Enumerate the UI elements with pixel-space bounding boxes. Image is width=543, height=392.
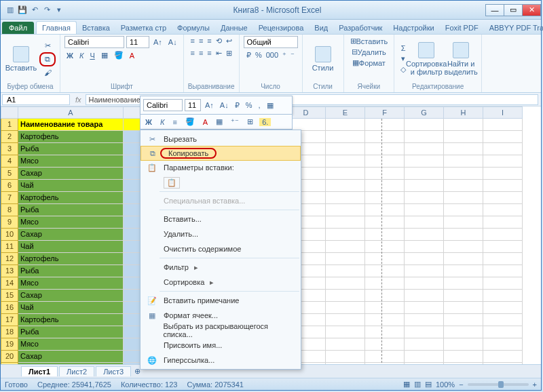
paste-button[interactable]: Вставить — [5, 45, 37, 73]
col-header-g[interactable]: G — [405, 106, 444, 119]
cell[interactable]: Чай — [18, 241, 124, 253]
align-right-icon[interactable]: ≡ — [205, 48, 213, 58]
underline-button[interactable]: Ч — [88, 50, 96, 60]
copy-icon[interactable]: ⧉ — [43, 54, 52, 64]
insert-cells-button[interactable]: ⊞ Вставить — [348, 36, 390, 46]
row-header[interactable]: 7 — [1, 192, 18, 204]
row-header[interactable]: 17 — [1, 314, 18, 326]
row-header[interactable]: 5 — [1, 168, 18, 180]
row-header[interactable]: 10 — [1, 229, 18, 241]
mini-border-icon[interactable]: ▦ — [265, 100, 276, 111]
mini-percent-icon[interactable]: % — [244, 100, 255, 110]
tab-home[interactable]: Главная — [36, 21, 77, 34]
redo-icon[interactable]: ↷ — [41, 5, 52, 16]
cell[interactable]: Наименование товара — [18, 119, 124, 131]
mini-shrink-icon[interactable]: A↓ — [218, 100, 231, 110]
mini-comma-icon[interactable]: , — [256, 100, 262, 110]
row-header[interactable]: 20 — [1, 351, 18, 363]
menu-filter[interactable]: Фильтр▸ — [141, 260, 301, 275]
col-header-a[interactable]: A — [18, 106, 124, 119]
wrap-icon[interactable]: ↩ — [224, 36, 234, 46]
tab-addins[interactable]: Надстройки — [388, 22, 439, 34]
menu-copy[interactable]: ⧉Копировать — [141, 146, 301, 161]
align-top-icon[interactable]: ≡ — [188, 36, 196, 45]
cell[interactable]: Сахар — [18, 168, 124, 180]
cell[interactable]: Картофель — [18, 314, 124, 326]
cell[interactable]: Мясо — [18, 216, 124, 229]
row-header[interactable]: 14 — [1, 277, 18, 290]
currency-icon[interactable]: ₽ — [244, 50, 253, 60]
format-painter-icon[interactable]: 🖌 — [39, 68, 56, 77]
cell[interactable]: Сахар — [18, 351, 124, 363]
merge-icon[interactable]: ⊞ — [224, 48, 234, 58]
row-header[interactable]: 16 — [1, 302, 18, 314]
row-header[interactable]: 6 — [1, 180, 18, 192]
menu-clear[interactable]: Очистить содержимое — [141, 241, 301, 256]
cell[interactable]: Мясо — [18, 338, 124, 351]
fx-icon[interactable]: fx — [71, 96, 86, 104]
row-header[interactable]: 4 — [1, 155, 18, 168]
paste-option-icon[interactable]: 📋 — [164, 177, 180, 189]
font-name-combo[interactable]: Calibri — [64, 36, 124, 48]
close-button[interactable]: ✕ — [522, 4, 541, 16]
mini-align-icon[interactable]: ≡ — [170, 117, 179, 127]
fill-color-icon[interactable]: 🪣 — [112, 50, 126, 60]
mini-b6[interactable]: 6. — [259, 118, 271, 126]
view-layout-icon[interactable]: ▥ — [414, 380, 421, 389]
row-header[interactable]: 8 — [1, 204, 18, 216]
border-icon[interactable]: ▦ — [99, 50, 110, 60]
tab-developer[interactable]: Разработчик — [333, 22, 388, 34]
comma-icon[interactable]: 000 — [264, 50, 280, 60]
menu-insert[interactable]: Вставить... — [141, 212, 301, 227]
mini-fill-icon[interactable]: 🪣 — [183, 117, 197, 127]
mini-currency-icon[interactable]: ₽ — [233, 100, 242, 111]
row-header[interactable]: 9 — [1, 216, 18, 229]
row-header[interactable]: 18 — [1, 326, 18, 338]
cut-icon[interactable]: ✂ — [39, 41, 56, 51]
row-header[interactable]: 1 — [1, 119, 18, 131]
tab-formulas[interactable]: Формулы — [172, 22, 215, 34]
qat-more-icon[interactable]: ▾ — [54, 5, 64, 16]
mini-grow-icon[interactable]: A↑ — [203, 100, 216, 110]
autosum-icon[interactable]: Σ — [398, 43, 408, 53]
cell[interactable]: Чай — [18, 180, 124, 192]
menu-sort[interactable]: Сортировка▸ — [141, 275, 301, 290]
cell[interactable]: Рыба — [18, 204, 124, 216]
align-bot-icon[interactable]: ≡ — [205, 36, 213, 45]
font-color-icon[interactable]: A — [128, 50, 136, 60]
dec-decimal-icon[interactable]: ⁻ — [288, 50, 297, 60]
align-center-icon[interactable]: ≡ — [197, 48, 205, 58]
mini-font-combo[interactable]: Calibri — [143, 99, 183, 111]
col-header-i[interactable]: I — [483, 106, 523, 119]
cell[interactable]: Картофель — [18, 253, 124, 265]
sort-filter-button[interactable]: Сортировка и фильтр — [410, 41, 443, 77]
col-header-e[interactable]: E — [326, 106, 365, 119]
tab-abbyy[interactable]: ABBYY PDF Tra — [484, 22, 543, 34]
tab-insert[interactable]: Вставка — [77, 22, 115, 34]
align-mid-icon[interactable]: ≡ — [197, 36, 205, 45]
tab-layout[interactable]: Разметка стр — [115, 22, 172, 34]
minimize-button[interactable]: — — [485, 4, 504, 16]
mini-border2-icon[interactable]: ▦ — [214, 117, 225, 127]
zoom-slider[interactable] — [468, 383, 529, 386]
row-header[interactable]: 19 — [1, 338, 18, 351]
tab-data[interactable]: Данные — [215, 22, 253, 34]
menu-insert-comment[interactable]: 📝Вставить примечание — [141, 293, 301, 308]
zoom-in-icon[interactable]: + — [533, 380, 537, 389]
menu-define-name[interactable]: Присвоить имя... — [141, 338, 301, 353]
zoom-out-icon[interactable]: − — [459, 380, 463, 389]
row-header[interactable]: 2 — [1, 131, 18, 143]
sheet-tab[interactable]: Лист1 — [21, 366, 58, 376]
cell[interactable]: Мясо — [18, 155, 124, 168]
mini-fontcolor-icon[interactable]: A — [201, 117, 210, 127]
select-all-corner[interactable] — [1, 106, 18, 119]
inc-decimal-icon[interactable]: ⁺ — [280, 50, 288, 60]
col-header-h[interactable]: H — [444, 106, 483, 119]
orientation-icon[interactable]: ⟲ — [214, 36, 224, 46]
grow-font-icon[interactable]: A↑ — [151, 36, 164, 48]
mini-bold[interactable]: Ж — [143, 117, 154, 127]
tab-review[interactable]: Рецензирова — [253, 22, 310, 34]
sheet-tab[interactable]: Лист2 — [59, 366, 94, 376]
row-header[interactable]: 3 — [1, 143, 18, 155]
cell[interactable]: Рыба — [18, 143, 124, 155]
